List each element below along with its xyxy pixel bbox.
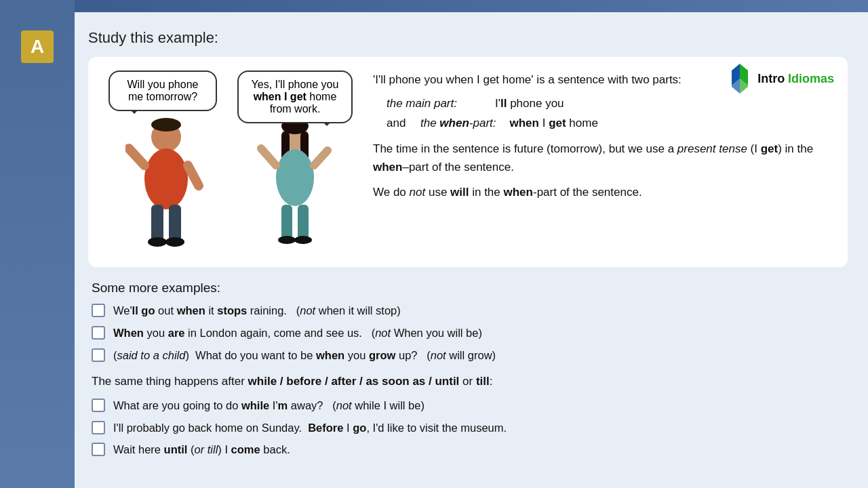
and-label: and — [387, 114, 407, 132]
svg-rect-5 — [151, 205, 163, 242]
example-text-3: (said to a child) What do you want to be… — [113, 347, 496, 364]
svg-point-1 — [151, 118, 181, 131]
main-content: Study this example: Will you phone me to… — [75, 12, 868, 488]
svg-point-13 — [276, 149, 314, 206]
checkbox-4[interactable] — [92, 399, 105, 412]
logo: Intro Idiomas — [726, 64, 834, 94]
example-item-3: (said to a child) What do you want to be… — [92, 347, 844, 364]
example-text-1: We'll go out when it stops raining. (not… — [113, 302, 401, 319]
explanation-text: 'I'll phone you when I get home' is a se… — [373, 70, 834, 253]
top-bar — [0, 0, 868, 12]
svg-rect-17 — [298, 205, 309, 240]
conj-example-1: What are you going to do while I'm away?… — [92, 397, 844, 414]
logo-icon — [726, 64, 753, 94]
conj-example-2: I'll probably go back home on Sunday. Be… — [92, 420, 844, 436]
conj-text-1: What are you going to do while I'm away?… — [113, 397, 425, 414]
svg-point-19 — [294, 236, 312, 244]
svg-line-15 — [314, 150, 328, 165]
conjunction-note: The same thing happens after while / bef… — [92, 373, 844, 390]
svg-rect-6 — [169, 205, 181, 242]
examples-section: Some more examples: We'll go out when it… — [88, 281, 848, 458]
svg-line-14 — [261, 148, 276, 165]
checkbox-3[interactable] — [92, 348, 105, 362]
svg-point-18 — [278, 236, 296, 244]
will-explanation: We do not use will in the when-part of t… — [373, 183, 834, 201]
svg-point-8 — [165, 237, 184, 247]
svg-point-2 — [144, 148, 188, 209]
example-text-2: When you are in London again, come and s… — [113, 325, 482, 342]
svg-point-7 — [148, 237, 167, 247]
when-part-label: the when-part: — [420, 114, 496, 132]
example-item-1: We'll go out when it stops raining. (not… — [92, 302, 844, 319]
checkbox-5[interactable] — [92, 421, 105, 434]
speech-bubble-right: Yes, I'll phone you when I get home from… — [237, 70, 353, 123]
boy-figure — [125, 118, 207, 253]
section-label: A — [21, 30, 54, 63]
main-part-label: the main part: — [387, 94, 481, 113]
sidebar: A — [0, 0, 75, 488]
figures — [102, 118, 359, 253]
checkbox-6[interactable] — [92, 443, 105, 456]
svg-line-4 — [188, 165, 199, 186]
checkbox-1[interactable] — [92, 304, 105, 317]
example-item-2: When you are in London again, come and s… — [92, 325, 844, 342]
logo-text: Intro Idiomas — [757, 69, 834, 89]
svg-line-3 — [129, 148, 144, 165]
time-explanation: The time in the sentence is future (tomo… — [373, 140, 834, 176]
girl-figure — [254, 118, 336, 253]
main-part-text: I'll phone you — [495, 94, 564, 113]
conj-text-2: I'll probably go back home on Sunday. Be… — [113, 420, 507, 436]
study-title: Study this example: — [88, 26, 848, 47]
main-part-row: the main part: I'll phone you — [387, 94, 834, 113]
sentence-parts: the main part: I'll phone you and the wh… — [387, 94, 834, 132]
when-part-text: when I get home — [510, 114, 598, 132]
conj-example-3: Wait here until (or till) I come back. — [92, 441, 844, 458]
more-examples-title: Some more examples: — [92, 281, 844, 296]
conj-text-3: Wait here until (or till) I come back. — [113, 441, 290, 458]
speech-bubble-left: Will you phone me tomorrow? — [108, 70, 217, 111]
svg-rect-16 — [281, 205, 292, 240]
checkbox-2[interactable] — [92, 326, 105, 340]
example-box: Will you phone me tomorrow? Yes, I'll ph… — [88, 57, 848, 267]
illustration: Will you phone me tomorrow? Yes, I'll ph… — [102, 70, 359, 253]
